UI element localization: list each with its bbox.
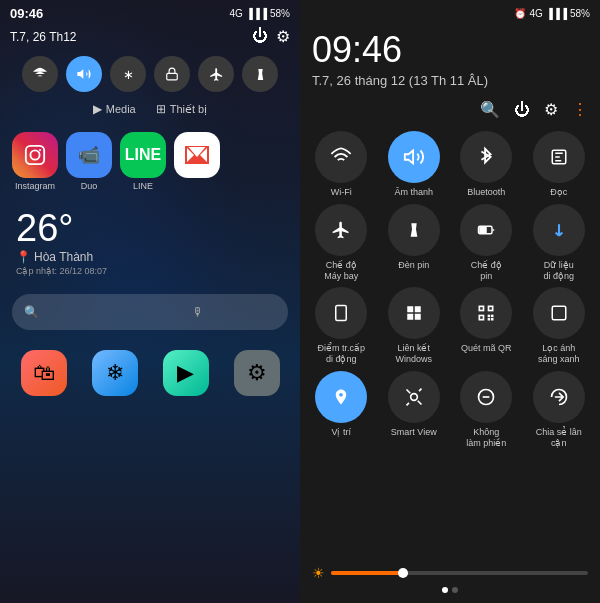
left-battery-icon: 58% (270, 8, 290, 19)
left-status-icons: 4G ▐▐▐ 58% (229, 8, 290, 19)
left-signal-icon: ▐▐▐ (246, 8, 267, 19)
gmail-icon (174, 132, 220, 178)
toggle-airplane[interactable] (198, 56, 234, 92)
right-panel: . ⏰ 4G ▐▐▐ 58% 09:46 T.7, 26 tháng 12 (1… (300, 0, 600, 603)
weather-location: 📍 Hòa Thành (16, 250, 284, 264)
mobile-data-label: Dữ liệudi động (543, 260, 574, 282)
list-item[interactable]: 📹 Duo (66, 132, 112, 191)
weather-update: Cập nhật: 26/12 08:07 (16, 266, 284, 276)
line-label: LINE (133, 181, 153, 191)
grid-item-nearby[interactable]: Chia sẻ lâncận (526, 371, 593, 449)
play-app[interactable]: ▶ (163, 350, 209, 396)
left-media-device-row: ▶ Media ⊞ Thiết bị (0, 96, 300, 122)
grid-item-blue-light[interactable]: Lọc ánhsáng xanh (526, 287, 593, 365)
blue-light-toggle (533, 287, 585, 339)
grid-item-qr[interactable]: Quét mã QR (453, 287, 520, 365)
page-dots (312, 587, 588, 593)
svg-rect-15 (488, 315, 491, 318)
sound-toggle (388, 131, 440, 183)
smart-view-toggle (388, 371, 440, 423)
dnd-toggle (460, 371, 512, 423)
left-search-bar[interactable]: 🔍 🎙 (12, 294, 288, 330)
left-date-bar: T.7, 26 Th12 ⏻ ⚙ (0, 25, 300, 52)
settings-action-icon[interactable]: ⚙ (544, 100, 558, 119)
right-bottom-bar: ☀ (300, 557, 600, 603)
search-action-icon[interactable]: 🔍 (480, 100, 500, 119)
hotspot-toggle (315, 287, 367, 339)
svg-rect-17 (488, 318, 491, 321)
svg-rect-7 (480, 228, 486, 233)
svg-rect-14 (480, 317, 483, 320)
battery-mode-toggle (460, 204, 512, 256)
right-4g-icon: 4G (529, 8, 542, 19)
brightness-row: ☀ (312, 565, 588, 581)
device-button[interactable]: ⊞ Thiết bị (156, 102, 208, 116)
qr-toggle (460, 287, 512, 339)
svg-point-2 (30, 150, 39, 159)
toggle-bluetooth[interactable]: ∗ (110, 56, 146, 92)
grid-item-battery-mode[interactable]: Chế độpin (453, 204, 520, 282)
toggle-lock[interactable] (154, 56, 190, 92)
right-date: T.7, 26 tháng 12 (13 Th 11 ÂL) (300, 73, 600, 96)
grid-item-smart-view[interactable]: Smart View (381, 371, 448, 449)
location-icon: 📍 (16, 250, 31, 264)
more-action-icon[interactable]: ⋮ (572, 100, 588, 119)
grid-item-link-windows[interactable]: Liên kếtWindows (381, 287, 448, 365)
toggle-flashlight[interactable] (242, 56, 278, 92)
flashlight-toggle (388, 204, 440, 256)
svg-marker-4 (405, 151, 413, 164)
dot-1 (442, 587, 448, 593)
brightness-icon: ☀ (312, 565, 325, 581)
dnd-label: Khônglàm phiền (466, 427, 506, 449)
svg-rect-18 (491, 318, 494, 321)
flashlight-label: Đèn pin (398, 260, 429, 271)
grid-item-location[interactable]: Vị trí (308, 371, 375, 449)
left-time: 09:46 (10, 6, 43, 21)
right-action-bar: 🔍 ⏻ ⚙ ⋮ (300, 96, 600, 127)
right-status-bar: . ⏰ 4G ▐▐▐ 58% (300, 0, 600, 25)
list-item[interactable]: LINE LINE (120, 132, 166, 191)
left-4g-icon: 4G (229, 8, 242, 19)
left-date-icons: ⏻ ⚙ (252, 27, 290, 46)
toggle-sound[interactable] (66, 56, 102, 92)
power-action-icon[interactable]: ⏻ (514, 101, 530, 119)
search-placeholder: 🔍 (24, 305, 108, 319)
left-apps-row: Instagram 📹 Duo LINE LINE (0, 122, 300, 197)
grid-item-dnd[interactable]: Khônglàm phiền (453, 371, 520, 449)
grid-item-mobile-data[interactable]: Dữ liệudi động (526, 204, 593, 282)
settings-app[interactable]: ⚙ (234, 350, 280, 396)
grid-item-sound[interactable]: Âm thanh (381, 131, 448, 198)
airplane-label: Chế độMáy bay (324, 260, 358, 282)
list-item[interactable] (174, 132, 220, 191)
bluetooth-symbol: ∗ (123, 67, 134, 82)
doc-label: Đọc (550, 187, 567, 198)
quick-settings-grid: Wi-Fi Âm thanh Bluetooth Đọc (300, 127, 600, 453)
dot-2 (452, 587, 458, 593)
power-icon[interactable]: ⏻ (252, 27, 268, 46)
snowflake-app[interactable]: ❄ (92, 350, 138, 396)
nearby-toggle (533, 371, 585, 423)
grid-item-airplane[interactable]: Chế độMáy bay (308, 204, 375, 282)
right-alarm-icon: ⏰ (514, 8, 526, 19)
store-app[interactable]: 🛍 (21, 350, 67, 396)
left-quick-toggles: ∗ (0, 52, 300, 96)
mobile-data-toggle (533, 204, 585, 256)
qr-label: Quét mã QR (461, 343, 512, 354)
left-panel: 09:46 4G ▐▐▐ 58% T.7, 26 Th12 ⏻ ⚙ ∗ (0, 0, 300, 603)
list-item[interactable]: Instagram (12, 132, 58, 191)
svg-point-3 (39, 149, 41, 151)
grid-item-hotspot[interactable]: Điểm tr.cấpdi động (308, 287, 375, 365)
settings-icon[interactable]: ⚙ (276, 27, 290, 46)
svg-rect-12 (480, 308, 483, 311)
grid-item-bluetooth[interactable]: Bluetooth (453, 131, 520, 198)
toggle-wifi[interactable] (22, 56, 58, 92)
grid-item-wifi[interactable]: Wi-Fi (308, 131, 375, 198)
weather-widget: 26° 📍 Hòa Thành Cập nhật: 26/12 08:07 (0, 197, 300, 286)
grid-item-doc[interactable]: Đọc (526, 131, 593, 198)
grid-item-flashlight[interactable]: Đèn pin (381, 204, 448, 282)
media-button[interactable]: ▶ Media (93, 102, 136, 116)
voice-icon: 🎙 (192, 305, 276, 319)
airplane-toggle (315, 204, 367, 256)
location-toggle (315, 371, 367, 423)
brightness-slider[interactable] (331, 571, 588, 575)
